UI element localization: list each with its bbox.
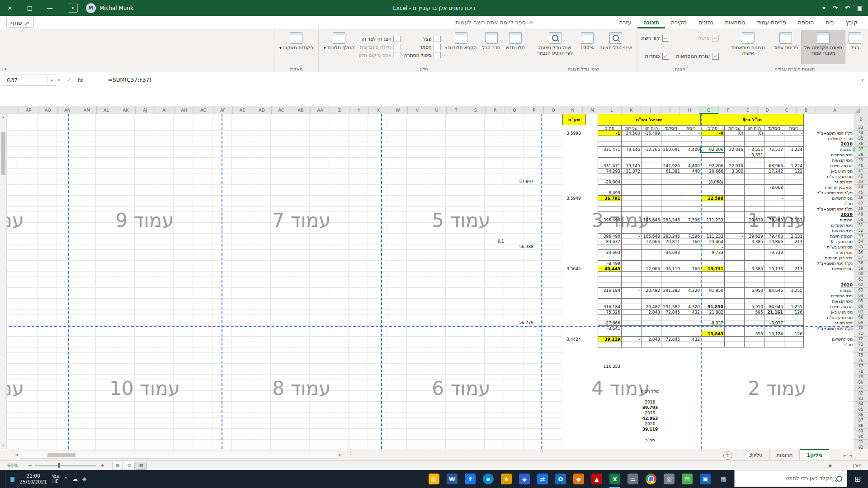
cell[interactable] bbox=[681, 196, 701, 201]
column-header-AL[interactable]: AL bbox=[96, 106, 116, 114]
cell[interactable] bbox=[744, 320, 764, 326]
column-header-W[interactable]: W bbox=[388, 106, 407, 114]
cell[interactable]: 72,845 bbox=[661, 337, 681, 342]
cell[interactable]: 20,666 bbox=[701, 169, 724, 174]
cell[interactable] bbox=[562, 185, 586, 190]
cancel-icon[interactable]: × bbox=[57, 77, 61, 83]
row-header-65[interactable]: 65 bbox=[854, 299, 868, 304]
cell[interactable]: 79,463 bbox=[764, 234, 784, 239]
column-header-AN[interactable]: AN bbox=[57, 106, 77, 114]
cell[interactable] bbox=[586, 299, 598, 304]
row-header-78[interactable]: 78 bbox=[854, 369, 868, 375]
cell[interactable] bbox=[641, 223, 661, 228]
cell[interactable] bbox=[681, 331, 701, 337]
small-button-הצג זה לצד זה[interactable]: הצג זה לצד זה bbox=[359, 36, 401, 42]
cell[interactable] bbox=[764, 228, 784, 234]
cell[interactable]: 11,872 bbox=[621, 169, 641, 174]
cell[interactable] bbox=[784, 320, 804, 326]
cell[interactable] bbox=[661, 244, 681, 250]
cell[interactable] bbox=[744, 337, 764, 342]
column-header-B[interactable]: B bbox=[796, 106, 816, 114]
cell[interactable] bbox=[764, 179, 784, 185]
cell[interactable]: -8,499 bbox=[598, 190, 621, 196]
cell[interactable] bbox=[621, 206, 641, 212]
cell[interactable]: 17,242 bbox=[764, 169, 784, 174]
cell[interactable] bbox=[641, 158, 661, 163]
zoom-out-button[interactable]: − bbox=[28, 461, 32, 470]
row-header-44[interactable]: 44 bbox=[854, 185, 868, 190]
zoom-slider-thumb[interactable] bbox=[58, 463, 60, 468]
cell[interactable] bbox=[744, 201, 764, 206]
cell[interactable] bbox=[598, 206, 621, 212]
cell[interactable] bbox=[586, 125, 598, 131]
cell[interactable] bbox=[562, 223, 586, 228]
zoom-in-button[interactable]: + bbox=[100, 461, 104, 470]
cell[interactable] bbox=[744, 190, 764, 196]
cell[interactable] bbox=[661, 136, 681, 141]
cell[interactable] bbox=[586, 163, 598, 169]
cell[interactable]: - bbox=[724, 234, 744, 239]
column-header-AO[interactable]: AO bbox=[38, 106, 57, 114]
restore-icon[interactable]: □ bbox=[20, 0, 40, 16]
scroll-down-icon[interactable]: ▾ bbox=[0, 442, 6, 449]
cell[interactable] bbox=[586, 169, 598, 174]
cell[interactable] bbox=[621, 174, 641, 179]
cell[interactable] bbox=[784, 158, 804, 163]
cell[interactable] bbox=[724, 223, 744, 228]
cell[interactable]: 83,637 bbox=[598, 239, 621, 244]
cell[interactable] bbox=[724, 212, 744, 217]
cell[interactable]: - bbox=[621, 217, 641, 223]
cell[interactable] bbox=[598, 331, 621, 337]
cell[interactable] bbox=[621, 152, 641, 158]
cell[interactable]: 79,463 bbox=[764, 217, 784, 223]
cell[interactable] bbox=[724, 152, 744, 158]
cell[interactable] bbox=[641, 201, 661, 206]
cell[interactable]: 4,400 bbox=[681, 147, 701, 152]
cell[interactable]: 213 bbox=[784, 266, 804, 272]
ribbon-tab-בית[interactable]: בית bbox=[820, 16, 840, 28]
cell[interactable]: 316,184 bbox=[598, 304, 621, 310]
cell[interactable] bbox=[701, 212, 724, 217]
cell[interactable] bbox=[744, 315, 764, 320]
share-button[interactable]: ↗ שתף bbox=[6, 18, 34, 28]
cell[interactable]: 3,385 bbox=[744, 239, 764, 244]
cell[interactable] bbox=[562, 282, 586, 288]
cell[interactable] bbox=[641, 206, 661, 212]
row-header-50[interactable]: 50 bbox=[854, 217, 868, 223]
cell[interactable] bbox=[661, 255, 681, 261]
cell[interactable] bbox=[744, 293, 764, 299]
column-header-X[interactable]: X bbox=[368, 106, 388, 114]
row-header-37[interactable]: 37 bbox=[854, 147, 868, 152]
cell[interactable] bbox=[621, 196, 641, 201]
row-header-63[interactable]: 63 bbox=[854, 288, 868, 293]
cell[interactable] bbox=[784, 255, 804, 261]
cell[interactable]: 23,464 bbox=[701, 239, 724, 244]
column-header-AF[interactable]: AF bbox=[213, 106, 232, 114]
cell[interactable] bbox=[724, 239, 744, 244]
row-header-57[interactable]: 57 bbox=[854, 255, 868, 261]
cell[interactable] bbox=[764, 223, 784, 228]
column-header-R[interactable]: R bbox=[485, 106, 505, 114]
cell[interactable] bbox=[681, 261, 701, 266]
ribbon-tab-תצוגה[interactable]: תצוגה bbox=[637, 16, 665, 28]
cell[interactable] bbox=[586, 196, 598, 201]
row-header-40[interactable]: 40 bbox=[854, 163, 868, 169]
cell[interactable] bbox=[562, 179, 586, 185]
cell[interactable] bbox=[784, 152, 804, 158]
cell[interactable]: - bbox=[701, 244, 724, 250]
zoom-button-שינוי גודל תצוגה[interactable]: שינוי גודל תצוגה bbox=[597, 30, 634, 64]
cell[interactable] bbox=[586, 239, 598, 244]
cell[interactable] bbox=[562, 163, 586, 169]
horizontal-scroll-thumb[interactable] bbox=[47, 453, 75, 457]
cell[interactable]: -8,068 bbox=[764, 185, 784, 190]
taskbar-facebook-icon[interactable]: f bbox=[461, 470, 479, 488]
cell[interactable] bbox=[701, 185, 724, 190]
cell[interactable]: - bbox=[681, 131, 701, 136]
cell[interactable] bbox=[681, 206, 701, 212]
cell[interactable]: - bbox=[701, 255, 724, 261]
row-header-85[interactable]: 85 bbox=[854, 407, 868, 413]
cell[interactable] bbox=[764, 299, 784, 304]
cell[interactable] bbox=[661, 342, 681, 347]
cell[interactable]: שכירות bbox=[621, 125, 641, 131]
row-header-2[interactable]: 2 bbox=[854, 114, 868, 125]
